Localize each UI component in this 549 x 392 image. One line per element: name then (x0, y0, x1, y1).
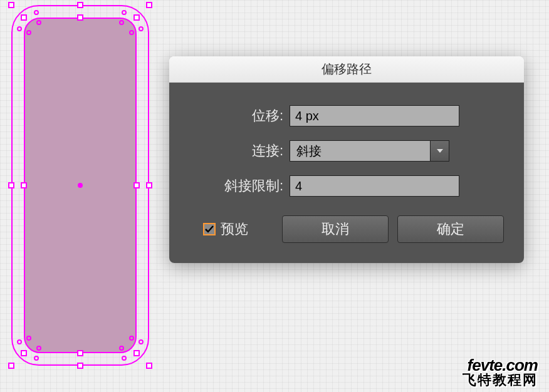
cancel-button[interactable]: 取消 (282, 215, 389, 243)
dialog-title: 偏移路径 (322, 61, 372, 78)
check-icon (205, 225, 214, 233)
anchor-point[interactable] (129, 30, 134, 35)
preview-checkbox-wrap[interactable]: 预览 (203, 220, 248, 239)
anchor-point[interactable] (119, 346, 124, 351)
button-row: 预览 取消 确定 (189, 215, 504, 243)
watermark-url: fevte.com (463, 357, 538, 373)
selection-handle[interactable] (8, 182, 14, 188)
join-select[interactable]: 斜接 (290, 140, 449, 162)
watermark: fevte.com 飞特教程网 (463, 357, 538, 387)
selection-handle[interactable] (133, 182, 140, 188)
selection-handle[interactable] (77, 2, 83, 8)
watermark-text: 飞特教程网 (463, 373, 538, 387)
anchor-point[interactable] (17, 339, 22, 344)
anchor-point[interactable] (139, 339, 144, 344)
dialog-titlebar[interactable]: 偏移路径 (169, 56, 524, 83)
anchor-point[interactable] (36, 346, 41, 351)
selection-handle[interactable] (21, 182, 27, 188)
offset-row: 位移: (189, 105, 504, 126)
anchor-point[interactable] (129, 336, 134, 341)
join-row: 连接: 斜接 (189, 140, 504, 162)
anchor-point[interactable] (122, 356, 127, 361)
miter-limit-label: 斜接限制: (189, 177, 283, 195)
offset-input[interactable] (290, 105, 459, 126)
anchor-point[interactable] (26, 336, 31, 341)
selection-handle[interactable] (77, 363, 83, 369)
selection-handle[interactable] (146, 2, 152, 8)
selection-handle[interactable] (146, 363, 152, 369)
anchor-point[interactable] (26, 30, 31, 35)
selection-handle[interactable] (133, 14, 140, 21)
anchor-point[interactable] (17, 26, 22, 31)
dialog-body: 位移: 连接: 斜接 斜接限制: 预览 取消 (169, 83, 524, 263)
selection-handle[interactable] (8, 2, 14, 8)
offset-path-dialog: 偏移路径 位移: 连接: 斜接 斜接限制: 预览 (169, 56, 524, 263)
selection-handle[interactable] (8, 363, 14, 369)
anchor-point[interactable] (139, 26, 144, 31)
selection-handle[interactable] (77, 14, 83, 21)
selection-handle[interactable] (146, 182, 152, 188)
join-label: 连接: (189, 142, 283, 160)
anchor-point[interactable] (122, 10, 127, 15)
anchor-point[interactable] (36, 20, 41, 25)
anchor-point[interactable] (119, 20, 124, 25)
selection-handle[interactable] (21, 14, 27, 21)
anchor-point[interactable] (34, 356, 39, 361)
miter-limit-input[interactable] (290, 175, 459, 197)
offset-label: 位移: (189, 106, 283, 125)
anchor-point[interactable] (34, 10, 39, 15)
chevron-down-icon[interactable] (431, 140, 449, 162)
selection-handle[interactable] (21, 350, 27, 356)
center-point (78, 183, 83, 188)
ok-button[interactable]: 确定 (397, 215, 504, 243)
selection-handle[interactable] (77, 350, 83, 356)
preview-label: 预览 (221, 220, 248, 239)
miter-limit-row: 斜接限制: (189, 175, 504, 197)
canvas-selected-shape[interactable] (11, 5, 149, 366)
join-select-value: 斜接 (290, 140, 431, 162)
preview-checkbox[interactable] (203, 223, 216, 235)
selection-handle[interactable] (133, 350, 140, 356)
